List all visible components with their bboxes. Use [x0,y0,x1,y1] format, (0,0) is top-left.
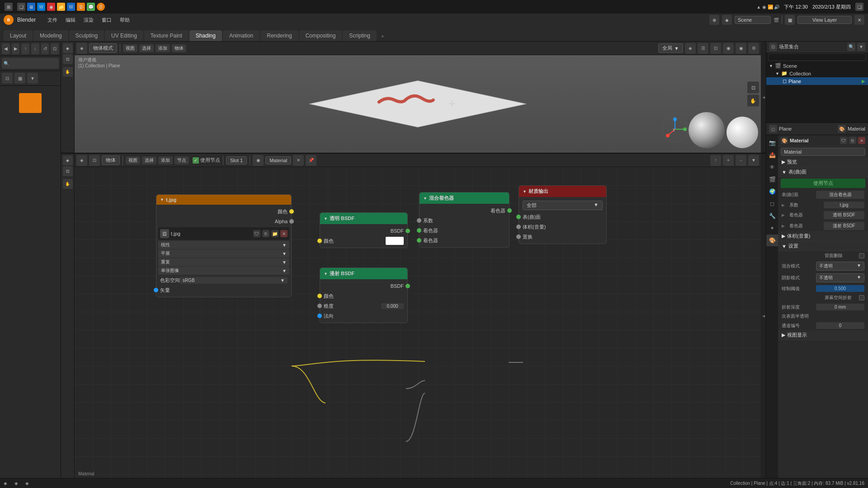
diffuse-bsdf-socket[interactable] [406,284,410,288]
tab-texture-paint[interactable]: Texture Paint [144,30,189,41]
viewport-options[interactable]: ⚙ [748,43,759,54]
outliner-search-btn[interactable]: 🔍 [847,43,855,51]
diffuse-collapse[interactable]: ▼ [324,272,328,276]
mix-factor-socket[interactable] [417,218,421,223]
prop-tab-render[interactable]: 📷 [766,137,778,149]
windows-start[interactable]: ⊞ [5,3,13,11]
preview-section-toggle[interactable]: ▶ 预览 [778,157,868,167]
transparent-color-swatch[interactable] [386,237,404,245]
tab-modeling[interactable]: Modeling [33,30,68,41]
prop-tab-object[interactable]: ◻ [766,198,778,210]
hand-tool[interactable]: ✋ [63,67,73,77]
alpha-output-socket[interactable] [289,219,294,224]
viewport-view-menu[interactable]: 视图 [123,44,137,52]
tab-layout[interactable]: Layout [4,30,33,41]
node-editor-toggle[interactable]: ◈ [76,155,87,166]
taskbar-icon-5[interactable]: 📁 [57,3,65,11]
sidebar-search-btn[interactable]: 🔍 [2,58,59,69]
taskbar-icon-8[interactable]: 💬 [87,3,95,11]
taskbar-icon-6[interactable]: W [67,3,75,11]
clip-threshold-value[interactable]: 0.500 [816,285,864,292]
node-select-menu[interactable]: 选择 [142,156,156,164]
taskbar-icon-1[interactable]: ❏ [17,3,25,11]
sidebar-grid[interactable]: ⊡ [51,43,59,54]
mix-output-socket[interactable] [507,208,512,213]
outliner-filter-btn[interactable]: ▼ [857,43,865,51]
image-ops-remove[interactable]: ✕ [280,230,288,237]
tab-compositing[interactable]: Compositing [299,30,342,41]
use-nodes-checkbox[interactable]: ✓ [193,157,199,164]
node-add-menu[interactable]: 添加 [158,156,173,164]
sidebar-view-mode[interactable]: ⊡ [2,73,13,84]
ssr-checkbox[interactable] [859,295,864,300]
material-copy-btn[interactable]: ⎘ [849,137,856,144]
outliner-collection-row[interactable]: ▼ 📁 Collection [766,70,868,77]
diffuse-roughness-socket[interactable] [317,304,322,308]
shadow-mode-dropdown[interactable]: 不透明 ▼ [816,273,864,282]
sidebar-sort[interactable]: ▼ [27,73,38,84]
use-nodes-property-btn[interactable]: 使用节点 [781,178,865,188]
view-tool-2[interactable]: ⊡ [63,54,73,64]
scene-name-input[interactable] [735,16,771,24]
shading-render[interactable]: ◉ [736,43,746,54]
material-name-input[interactable] [781,148,865,156]
tab-shading[interactable]: Shading [189,30,222,41]
vector-input-socket[interactable] [154,288,158,292]
menu-file[interactable]: 文件 [44,16,61,24]
diffuse-normal-socket[interactable] [317,314,322,318]
backface-checkbox[interactable] [859,253,864,258]
viewport-display-toggle[interactable]: ▶ 视图显示 [778,330,868,340]
slot-selector[interactable]: Slot 1 [226,156,247,164]
mix-shader1-socket[interactable] [417,228,421,233]
output-surface-socket[interactable] [516,215,521,219]
refraction-depth-value[interactable]: 0 mm [816,304,864,310]
pass-index-value[interactable]: 0 [816,322,864,329]
menu-render[interactable]: 渲染 [80,16,97,24]
close-btn[interactable]: ✕ [854,15,864,25]
zoom-fit-btn[interactable]: ⊡ [747,82,759,94]
view-layer-btn[interactable]: View Layer [797,16,852,24]
outliner-search-input[interactable] [768,53,866,61]
volume-section-toggle[interactable]: ▶ 体积(音量) [778,231,868,241]
node-tool-2[interactable]: ⊡ [63,166,73,176]
tab-sculpting[interactable]: Sculpting [69,30,104,41]
diffuse-color-socket[interactable] [317,294,322,298]
node-filter[interactable]: ▼ [748,155,759,166]
tab-animation[interactable]: Animation [223,30,259,41]
menu-edit[interactable]: 编辑 [62,16,79,24]
node-canvas[interactable]: ▼ t.jpg 颜色 [75,167,761,478]
prop-tab-material[interactable]: 🎨 [766,235,778,246]
notification-icon[interactable]: ❏ [855,3,863,11]
viewport-canvas[interactable]: 用户透视 (1) Collection | Plane ✛ [75,55,761,153]
viewport-pan-btn[interactable]: ✋ [747,95,759,107]
sidebar-nav-back[interactable]: ◀ [2,43,10,54]
workspace-options[interactable]: ⊕ [709,15,719,25]
tab-uv-editing[interactable]: UV Editing [105,30,143,41]
shading-material[interactable]: ◉ [723,43,734,54]
mix-collapse[interactable]: ▼ [423,196,427,201]
image-preview-icon[interactable]: 🖼 [160,229,169,238]
prop-tab-output[interactable]: 📤 [766,149,778,161]
sidebar-filter[interactable]: ▦ [14,73,25,84]
node-icon-2[interactable]: 📌 [306,155,316,166]
output-collapse[interactable]: ▼ [523,189,527,194]
node-collapse-arrow[interactable]: ▼ [160,197,164,202]
colorspace-dropdown[interactable]: sRGB ▼ [180,277,288,284]
tab-rendering[interactable]: Rendering [260,30,298,41]
prop-tab-particles[interactable]: ✦ [766,222,778,234]
output-displacement-socket[interactable] [516,235,521,239]
viewport-icon-2[interactable]: ☰ [698,43,708,54]
factor-link-value[interactable]: t.jpg [824,202,864,208]
node-zoom-out[interactable]: - [736,155,746,166]
node-node-menu[interactable]: 节点 [175,156,189,164]
image-ops-shield[interactable]: 🛡 [253,230,260,237]
viewport-select-menu[interactable]: 选择 [139,44,154,52]
image-ops-copy[interactable]: ⎘ [262,230,269,237]
tab-scripting[interactable]: Scripting [343,30,377,41]
viewport-add-menu[interactable]: 添加 [156,44,170,52]
taskbar-icon-2[interactable]: 🖥 [27,3,35,11]
output-volume-socket[interactable] [516,225,521,229]
viewport-icon-1[interactable]: ◈ [685,43,696,54]
taskbar-icon-blender[interactable]: B [97,3,105,11]
diffuse-roughness-value[interactable]: 0.000 [381,303,404,309]
